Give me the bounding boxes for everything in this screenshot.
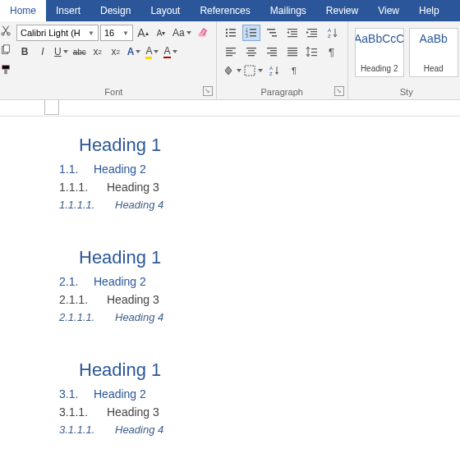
svg-rect-49 bbox=[311, 52, 317, 53]
bold-button[interactable]: B bbox=[16, 43, 33, 60]
justify-button[interactable] bbox=[283, 43, 301, 60]
line-spacing-button[interactable] bbox=[303, 43, 322, 60]
heading-1[interactable]: Heading 1 bbox=[79, 359, 460, 381]
format-painter-icon[interactable] bbox=[0, 64, 12, 79]
svg-rect-44 bbox=[288, 48, 297, 48]
svg-rect-50 bbox=[311, 55, 317, 56]
highlight-button[interactable]: A bbox=[144, 43, 160, 60]
font-color-button[interactable]: A bbox=[162, 43, 178, 60]
cut-icon[interactable] bbox=[0, 25, 12, 39]
font-name-combo[interactable]: Calibri Light (H ▼ bbox=[16, 25, 99, 41]
heading-2[interactable]: Heading 2 bbox=[94, 162, 146, 176]
svg-rect-35 bbox=[226, 55, 232, 56]
font-dialog-launcher[interactable]: ↘ bbox=[203, 86, 213, 96]
svg-rect-21 bbox=[272, 35, 277, 37]
heading-3[interactable]: Heading 3 bbox=[107, 293, 159, 306]
document-area[interactable]: Heading 1 1.1.Heading 2 1.1.1.Heading 3 … bbox=[0, 117, 460, 436]
grow-font-button[interactable]: A▴ bbox=[135, 25, 151, 41]
tab-mailings[interactable]: Mailings bbox=[260, 0, 316, 21]
heading-1[interactable]: Heading 1 bbox=[79, 135, 460, 156]
multilevel-list-button[interactable] bbox=[262, 25, 281, 41]
svg-rect-14 bbox=[250, 29, 256, 30]
svg-rect-29 bbox=[307, 36, 317, 37]
superscript-button[interactable]: x2 bbox=[108, 43, 124, 60]
copy-icon[interactable] bbox=[0, 44, 12, 59]
font-group-label: Font ↘ bbox=[12, 85, 216, 99]
tab-insert[interactable]: Insert bbox=[46, 0, 90, 21]
svg-point-9 bbox=[226, 32, 228, 34]
heading-3-number: 3.1.1. bbox=[59, 405, 97, 419]
svg-rect-32 bbox=[226, 48, 236, 48]
style-heading-2[interactable]: AaBbCcC Heading 2 bbox=[355, 28, 404, 77]
style-preview: AaBbCcC bbox=[355, 32, 404, 45]
heading-4-number: 2.1.1.1. bbox=[59, 311, 105, 323]
align-right-button[interactable] bbox=[262, 43, 281, 60]
heading-2[interactable]: Heading 2 bbox=[94, 387, 146, 400]
style-label: Heading 2 bbox=[361, 64, 398, 73]
show-marks-button[interactable]: ¶ bbox=[324, 43, 343, 60]
svg-rect-8 bbox=[229, 29, 236, 30]
style-heading-next[interactable]: AaBb Head bbox=[409, 28, 458, 77]
svg-rect-22 bbox=[288, 29, 297, 30]
svg-text:¶: ¶ bbox=[329, 46, 334, 58]
ruler-corner bbox=[44, 100, 59, 115]
shading-button[interactable] bbox=[222, 62, 242, 79]
heading-4[interactable]: Heading 4 bbox=[115, 311, 163, 323]
tab-design[interactable]: Design bbox=[90, 0, 140, 21]
shrink-font-button[interactable]: A▾ bbox=[153, 25, 169, 41]
svg-rect-28 bbox=[310, 34, 317, 34]
paragraph-dialog-launcher[interactable]: ↘ bbox=[334, 86, 344, 96]
svg-rect-18 bbox=[250, 35, 256, 37]
subscript-button[interactable]: x2 bbox=[90, 43, 106, 60]
svg-rect-10 bbox=[229, 32, 236, 34]
clear-formatting-button[interactable] bbox=[195, 25, 211, 41]
decrease-indent-button[interactable] bbox=[283, 25, 301, 41]
sort-az-button[interactable]: AZ bbox=[264, 62, 284, 79]
svg-rect-38 bbox=[246, 53, 256, 53]
tab-home[interactable]: Home bbox=[0, 0, 46, 21]
svg-rect-42 bbox=[267, 53, 277, 53]
tab-review[interactable]: Review bbox=[316, 0, 368, 21]
doc-section: Heading 1 3.1.Heading 2 3.1.1.Heading 3 … bbox=[59, 359, 460, 436]
heading-3-number: 1.1.1. bbox=[59, 181, 97, 194]
svg-rect-24 bbox=[291, 34, 297, 34]
align-center-button[interactable] bbox=[242, 43, 261, 60]
svg-rect-23 bbox=[291, 31, 297, 32]
sort-button[interactable]: AZ bbox=[324, 25, 343, 41]
bullets-button[interactable] bbox=[222, 25, 241, 41]
svg-rect-20 bbox=[269, 32, 276, 34]
increase-indent-button[interactable] bbox=[303, 25, 322, 41]
heading-3[interactable]: Heading 3 bbox=[107, 405, 159, 419]
text-effects-button[interactable]: A bbox=[126, 43, 143, 60]
align-left-button[interactable] bbox=[222, 43, 241, 60]
svg-rect-25 bbox=[288, 36, 297, 37]
heading-3[interactable]: Heading 3 bbox=[107, 181, 159, 194]
tab-view[interactable]: View bbox=[368, 0, 409, 21]
svg-point-11 bbox=[226, 35, 228, 37]
font-size-combo[interactable]: 16 ▼ bbox=[100, 25, 133, 41]
tab-references[interactable]: References bbox=[190, 0, 260, 21]
svg-rect-33 bbox=[226, 50, 232, 51]
svg-text:¶: ¶ bbox=[292, 66, 297, 76]
heading-4[interactable]: Heading 4 bbox=[115, 423, 163, 436]
tab-help[interactable]: Help bbox=[409, 0, 449, 21]
heading-2-number: 2.1. bbox=[59, 275, 84, 288]
paragraph-marks-button[interactable]: ¶ bbox=[286, 62, 306, 79]
underline-button[interactable]: U bbox=[53, 43, 70, 60]
heading-1[interactable]: Heading 1 bbox=[79, 247, 460, 268]
svg-rect-40 bbox=[267, 48, 277, 48]
svg-rect-36 bbox=[246, 48, 256, 48]
ruler bbox=[0, 100, 460, 117]
tab-layout[interactable]: Layout bbox=[140, 0, 190, 21]
ribbon-tabs: Home Insert Design Layout References Mai… bbox=[0, 0, 460, 21]
heading-2[interactable]: Heading 2 bbox=[94, 275, 146, 288]
svg-rect-3 bbox=[3, 45, 9, 53]
heading-2-number: 1.1. bbox=[59, 162, 84, 176]
numbering-button[interactable]: 123 bbox=[242, 25, 261, 41]
heading-4[interactable]: Heading 4 bbox=[115, 199, 163, 211]
italic-button[interactable]: I bbox=[34, 43, 51, 60]
svg-rect-47 bbox=[288, 55, 297, 56]
change-case-button[interactable]: Aa bbox=[171, 25, 193, 41]
borders-button[interactable] bbox=[243, 62, 263, 79]
strikethrough-button[interactable]: abc bbox=[71, 43, 88, 60]
